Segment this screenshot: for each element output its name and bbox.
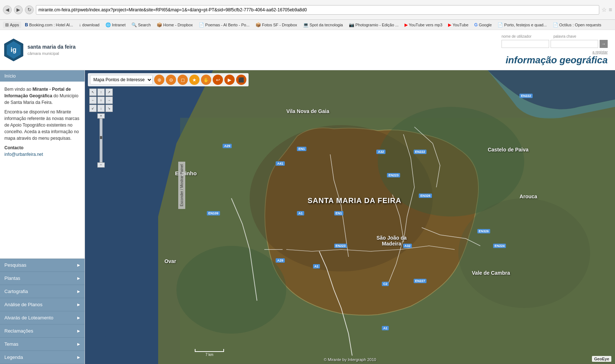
sidebar-item-legenda[interactable]: Legenda ▶: [0, 351, 85, 364]
chevron-right-icon: ▶: [77, 329, 80, 333]
header-login: nome de utilizador palavra chave → a reg…: [502, 34, 608, 66]
pan-button[interactable]: ✋: [201, 75, 211, 85]
print-button[interactable]: ⬛: [236, 75, 246, 85]
bookmark-download[interactable]: ↓ download: [77, 22, 102, 28]
bookmark-fotos-sf-label: Fotos SF - Dropbox: [262, 23, 297, 27]
bookmark-search[interactable]: 🔍 Search: [129, 22, 153, 28]
nav-direction-grid: ↖ ↑ ↗ ← ○ → ↙ ↓ ↘: [89, 89, 113, 112]
bookmark-google-label: Google: [479, 23, 492, 27]
sidebar-item-reclamacoes[interactable]: Reclamações ▶: [0, 324, 85, 338]
browser-chrome: ◀ ▶ ↻ ☆ ≡: [0, 0, 615, 20]
bookmark-map-button[interactable]: ★: [189, 75, 200, 85]
bookmarks-bar: ⊞ Apps B Booking.com : Hotel Al... ↓ dow…: [0, 20, 615, 30]
bookmark-dropbox-home[interactable]: 📦 Home - Dropbox: [154, 22, 195, 28]
site-title: informação geográfica: [502, 55, 608, 66]
zoom-extent-button[interactable]: ◻: [178, 75, 188, 85]
bookmark-booking-label: Booking.com : Hotel Al...: [29, 23, 73, 27]
zoom-in-button[interactable]: ⊕: [154, 75, 164, 85]
sidebar-item-pesquisas[interactable]: Pesquisas ▶: [0, 259, 85, 272]
contact-email[interactable]: info@urbanfeira.net: [4, 152, 43, 157]
bookmark-dropbox-home-label: Home - Dropbox: [163, 23, 193, 27]
nav-north-button[interactable]: ↑: [97, 89, 105, 96]
sidebar-inicio[interactable]: Início: [0, 70, 85, 82]
bookmark-booking[interactable]: B Booking.com : Hotel Al...: [23, 22, 75, 28]
bookmark-spot[interactable]: 💻 Spot da tecnologia: [301, 22, 345, 28]
nav-northeast-button[interactable]: ↗: [105, 89, 113, 96]
forward-nav-button[interactable]: ▶: [224, 75, 235, 85]
photogramio-icon: 📷: [349, 22, 354, 27]
download-icon: ↓: [79, 22, 81, 27]
search-bookmark-icon: 🔍: [131, 22, 137, 27]
bookmark-photogramio[interactable]: 📷 Photogramio - Edição ...: [347, 22, 401, 28]
chevron-right-icon: ▶: [77, 276, 80, 280]
map-area[interactable]: Mapa Pontos de Interesse ⊕ ⊖ ◻ ★ ✋ ↩ ▶ ⬛…: [85, 70, 615, 364]
bookmark-photogramio-label: Photogramio - Edição ...: [355, 23, 399, 27]
zoom-plus-button[interactable]: +: [97, 113, 105, 119]
nav-center-button[interactable]: ○: [97, 97, 105, 104]
sidebar: Início Bem vindo ao Mirante - Portal de …: [0, 70, 85, 364]
bookmark-google[interactable]: G Google: [472, 22, 494, 28]
sidebar-legenda-label: Legenda: [4, 354, 23, 360]
geoeye-badge: GeoEye: [592, 356, 611, 362]
bookmark-apps-label: Apps: [10, 23, 19, 27]
login-submit-button[interactable]: →: [600, 40, 608, 48]
settings-icon[interactable]: ≡: [609, 7, 612, 13]
svg-point-11: [458, 198, 590, 308]
logo-org: santa maria da feira: [27, 44, 76, 51]
description-paragraph: Encontra-se disponível no Mirante inform…: [4, 109, 80, 142]
sidebar-item-alvaras[interactable]: Alvarás de Loteamento ▶: [0, 311, 85, 324]
bookmark-youtube-label: YouTube: [452, 23, 468, 27]
intranet-icon: 🌐: [105, 22, 111, 27]
porto-icon: 📄: [497, 22, 503, 27]
zoom-track[interactable]: [100, 119, 102, 162]
poemas-icon: 📄: [199, 22, 204, 27]
reload-button[interactable]: ↻: [25, 5, 34, 14]
bookmark-apps[interactable]: ⊞ Apps: [3, 22, 21, 28]
nav-northwest-button[interactable]: ↖: [89, 89, 97, 96]
chevron-right-icon: ▶: [77, 355, 80, 359]
nav-southeast-button[interactable]: ↘: [105, 105, 113, 112]
svg-point-10: [378, 107, 524, 217]
login-username-input[interactable]: [502, 40, 549, 48]
chevron-right-icon: ▶: [77, 316, 80, 320]
bookmark-intranet[interactable]: 🌐 Intranet: [103, 22, 128, 28]
nav-south-button[interactable]: ↓: [97, 105, 105, 112]
bookmark-octilus[interactable]: 📄 Octilus : Open requests: [551, 22, 604, 28]
bookmark-youtube-mp3-label: YouTube vers mp3: [409, 23, 443, 27]
zoom-thumb: [100, 136, 102, 139]
svg-point-12: [176, 246, 286, 334]
zoom-out-button[interactable]: ⊖: [166, 75, 176, 85]
nav-southwest-button[interactable]: ↙: [89, 105, 97, 112]
login-labels: nome de utilizador palavra chave: [502, 34, 608, 38]
login-password-input[interactable]: [551, 40, 598, 48]
map-credits: © Mirante by Intergraph 2010: [324, 357, 376, 362]
bookmark-porto[interactable]: 📄 Porto, festejos e quad...: [495, 22, 549, 28]
zoom-minus-button[interactable]: −: [97, 162, 105, 168]
youtube-mp3-icon: ▶: [405, 22, 408, 27]
sidebar-item-cartografia[interactable]: Cartografia ▶: [0, 285, 85, 298]
sidebar-item-plantas[interactable]: Plantas ▶: [0, 272, 85, 285]
panel-toggle-button[interactable]: Esconder / Mostrar Painel: [178, 162, 185, 209]
map-type-select[interactable]: Mapa Pontos de Interesse: [90, 75, 153, 85]
sidebar-alvaras-label: Alvarás de Loteamento: [4, 315, 53, 320]
back-button[interactable]: ◀: [3, 5, 12, 14]
bookmark-youtube-mp3[interactable]: ▶ YouTube vers mp3: [402, 22, 445, 28]
bookmark-icon[interactable]: ☆: [601, 6, 607, 13]
site-header: ig santa maria da feira câmara municipal…: [0, 30, 615, 70]
logo-graphic: ig: [4, 38, 24, 62]
sidebar-item-analise[interactable]: Análise de Planos ▶: [0, 298, 85, 311]
scale-text: 7 km: [205, 353, 213, 357]
nav-east-button[interactable]: →: [105, 97, 113, 104]
bookmark-youtube[interactable]: ▶ YouTube: [446, 22, 470, 28]
url-bar[interactable]: [36, 5, 599, 15]
sidebar-item-temas[interactable]: Temas ▶: [0, 338, 85, 351]
contact-paragraph: Contacto info@urbanfeira.net: [4, 145, 80, 158]
bookmark-fotos-sf[interactable]: 📦 Fotos SF - Dropbox: [253, 22, 299, 28]
register-link[interactable]: a registar: [592, 50, 608, 54]
bookmark-intranet-label: Intranet: [112, 23, 126, 27]
spot-icon: 💻: [303, 22, 309, 27]
nav-west-button[interactable]: ←: [89, 97, 97, 104]
back-nav-button[interactable]: ↩: [213, 75, 223, 85]
bookmark-poemas[interactable]: 📄 Poemas - Al Berto - Po...: [197, 22, 252, 28]
forward-button[interactable]: ▶: [14, 5, 23, 14]
